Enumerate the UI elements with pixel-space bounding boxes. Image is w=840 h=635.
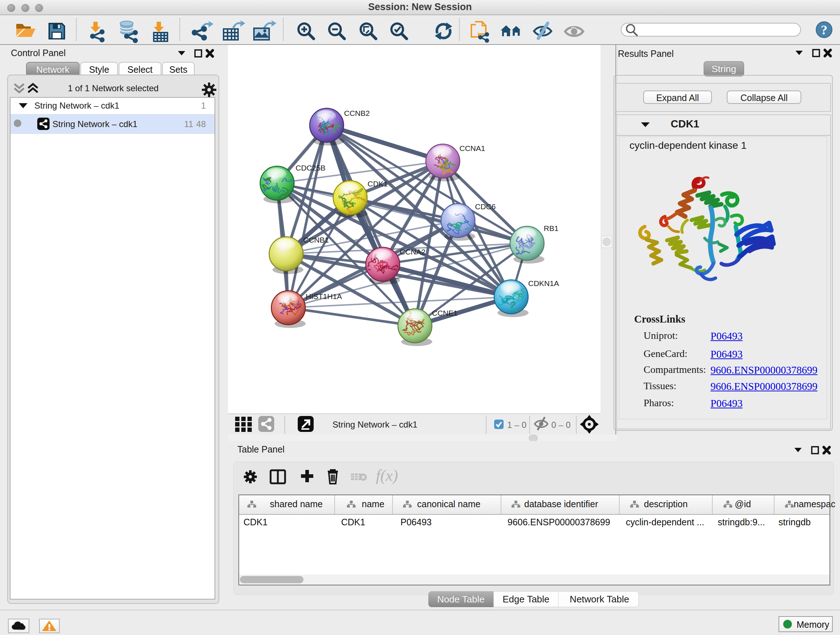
- svg-text:1 – 0: 1 – 0: [507, 420, 526, 430]
- svg-text:RB1: RB1: [544, 224, 559, 233]
- svg-text:CCNE1: CCNE1: [432, 309, 458, 317]
- svg-text:CCNB2: CCNB2: [344, 109, 370, 117]
- svg-text:f(x): f(x): [376, 467, 398, 485]
- svg-text:CCNA2: CCNA2: [400, 248, 425, 256]
- svg-text:0 – 0: 0 – 0: [551, 420, 570, 430]
- svg-text:CDK1: CDK1: [368, 180, 388, 188]
- svg-text:CDKN1A: CDKN1A: [528, 279, 559, 287]
- svg-text:CDC25B: CDC25B: [295, 164, 325, 172]
- svg-text:?: ?: [821, 23, 827, 37]
- svg-text:CCNA1: CCNA1: [459, 144, 485, 152]
- svg-text:HIST1H1A: HIST1H1A: [306, 292, 342, 301]
- svg-text:CDC6: CDC6: [475, 203, 496, 211]
- svg-text:CCNB1: CCNB1: [303, 236, 329, 244]
- svg-text:String Network – cdk1: String Network – cdk1: [332, 420, 417, 429]
